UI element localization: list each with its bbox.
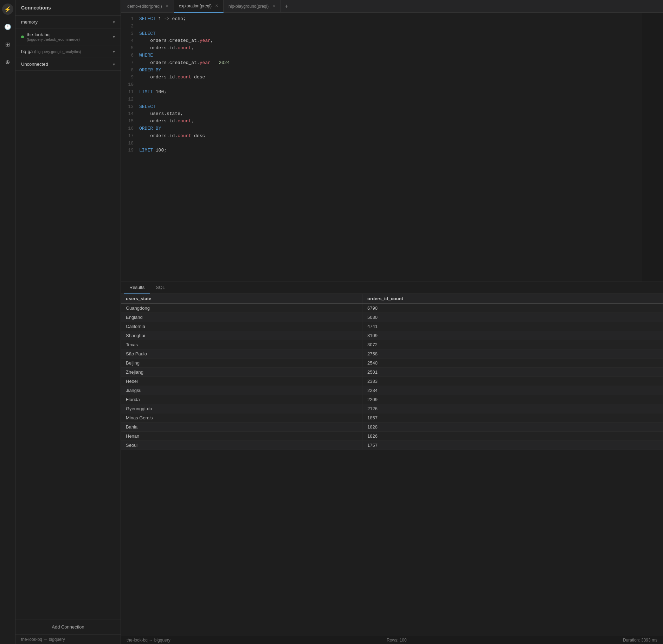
code-line-14: users.state, <box>138 110 642 118</box>
connection-name-memory: memory <box>21 19 38 25</box>
table-row[interactable]: California4741 <box>121 322 663 331</box>
code-content[interactable]: SELECT 1 -> echo; SELECT orders.created_… <box>138 13 642 282</box>
table-row[interactable]: Gyeonggi-do2126 <box>121 404 663 413</box>
tab-sql[interactable]: SQL <box>150 282 170 294</box>
table-row[interactable]: Hebei2383 <box>121 377 663 386</box>
table-cell-6-1: 2540 <box>362 359 663 368</box>
results-table-header: users_stateorders_id_count <box>121 294 663 304</box>
chevron-down-icon-thelookbq: ▾ <box>113 34 115 39</box>
table-cell-4-0: Texas <box>121 340 362 349</box>
line-number-10: 10 <box>124 81 134 89</box>
tab-exploration[interactable]: exploration(preql) ✕ <box>174 0 224 13</box>
connection-item-unconnected[interactable]: Unconnected ▾ <box>15 58 121 71</box>
tab-label-demo-editor: demo-editor(preql) <box>127 4 162 9</box>
table-cell-4-1: 3072 <box>362 340 663 349</box>
table-cell-9-1: 2234 <box>362 386 663 395</box>
tab-results[interactable]: Results <box>124 282 150 294</box>
line-number-12: 12 <box>124 96 134 103</box>
line-number-6: 6 <box>124 52 134 59</box>
table-row[interactable]: Seoul1757 <box>121 441 663 450</box>
code-line-7: orders.created_at.year = 2024 <box>138 59 642 67</box>
line-number-13: 13 <box>124 103 134 111</box>
chevron-down-icon-memory: ▾ <box>113 20 115 25</box>
connection-name-bqga: bq-ga (bigquery.google_analytics) <box>21 49 81 54</box>
table-row[interactable]: Beijing2540 <box>121 359 663 368</box>
table-row[interactable]: Florida2209 <box>121 395 663 404</box>
table-cell-11-0: Gyeonggi-do <box>121 404 362 413</box>
line-number-3: 3 <box>124 30 134 38</box>
code-line-16: ORDER BY <box>138 125 642 133</box>
editor-area[interactable]: 12345678910111213141516171819 SELECT 1 -… <box>121 13 663 282</box>
line-number-9: 9 <box>124 74 134 81</box>
col-header-orders_id_count: orders_id_count <box>362 294 663 304</box>
connections-icon-btn[interactable]: ⚡ <box>2 4 13 15</box>
status-connection: the-look-bq → bigquery <box>127 638 170 643</box>
code-line-11: LIMIT 100; <box>138 89 642 96</box>
results-table: users_stateorders_id_count Guangdong6790… <box>121 294 663 450</box>
table-cell-12-0: Minas Gerais <box>121 413 362 423</box>
code-line-8: ORDER BY <box>138 67 642 74</box>
tab-close-demo-editor[interactable]: ✕ <box>166 4 169 8</box>
table-row[interactable]: Shanghai3109 <box>121 331 663 340</box>
table-cell-11-1: 2126 <box>362 404 663 413</box>
line-number-19: 19 <box>124 147 134 154</box>
table-cell-14-1: 1826 <box>362 432 663 441</box>
code-line-1: SELECT 1 -> echo; <box>138 15 642 23</box>
table-cell-1-0: England <box>121 313 362 322</box>
table-row[interactable]: England5030 <box>121 313 663 322</box>
search-icon-btn[interactable]: ⊕ <box>2 56 13 67</box>
chevron-down-icon-unconnected: ▾ <box>113 62 115 67</box>
connections-header: Connections <box>15 0 121 16</box>
table-row[interactable]: Minas Gerais1857 <box>121 413 663 423</box>
line-number-8: 8 <box>124 67 134 74</box>
table-cell-10-1: 2209 <box>362 395 663 404</box>
table-cell-3-0: Shanghai <box>121 331 362 340</box>
code-line-9: orders.id.count desc <box>138 74 642 81</box>
schema-icon-btn[interactable]: ⊞ <box>2 39 13 50</box>
status-duration: Duration: 3393 ms <box>623 638 657 643</box>
tab-close-exploration[interactable]: ✕ <box>215 4 218 8</box>
line-number-15: 15 <box>124 118 134 125</box>
tab-nlp-playground[interactable]: nlp-playground(preql) ✕ <box>224 0 281 13</box>
tab-close-nlp-playground[interactable]: ✕ <box>272 4 275 8</box>
table-row[interactable]: São Paulo2758 <box>121 349 663 359</box>
connection-item-thelookbq[interactable]: the-look-bq (bigquery.thelook_ecommerce)… <box>15 28 121 45</box>
table-cell-1-1: 5030 <box>362 313 663 322</box>
add-connection-button[interactable]: Add Connection <box>15 619 121 635</box>
table-cell-10-0: Florida <box>121 395 362 404</box>
table-row[interactable]: Jiangsu2234 <box>121 386 663 395</box>
table-cell-5-1: 2758 <box>362 349 663 359</box>
table-cell-12-1: 1857 <box>362 413 663 423</box>
chevron-down-icon-bqga: ▾ <box>113 49 115 54</box>
tab-bar: demo-editor(preql) ✕ exploration(preql) … <box>121 0 663 13</box>
history-icon-btn[interactable]: 🕐 <box>2 21 13 32</box>
code-line-2 <box>138 23 642 30</box>
line-number-5: 5 <box>124 45 134 52</box>
table-row[interactable]: Bahia1828 <box>121 423 663 432</box>
line-number-1: 1 <box>124 15 134 23</box>
connection-item-memory[interactable]: memory ▾ <box>15 16 121 28</box>
table-row[interactable]: Zhejiang2501 <box>121 368 663 377</box>
connection-item-bqga[interactable]: bq-ga (bigquery.google_analytics) ▾ <box>15 45 121 58</box>
icon-sidebar: ⚡ 🕐 ⊞ ⊕ <box>0 0 15 644</box>
code-line-15: orders.id.count, <box>138 118 642 125</box>
table-cell-3-1: 3109 <box>362 331 663 340</box>
table-row[interactable]: Guangdong6790 <box>121 304 663 313</box>
tab-add-button[interactable]: + <box>281 3 292 9</box>
table-row[interactable]: Texas3072 <box>121 340 663 349</box>
tab-demo-editor[interactable]: demo-editor(preql) ✕ <box>122 0 174 13</box>
line-number-4: 4 <box>124 37 134 45</box>
connection-name-thelookbq: the-look-bq <box>27 32 80 37</box>
table-cell-5-0: São Paulo <box>121 349 362 359</box>
table-cell-6-0: Beijing <box>121 359 362 368</box>
table-cell-7-1: 2501 <box>362 368 663 377</box>
code-line-4: orders.created_at.year, <box>138 37 642 45</box>
table-cell-0-1: 6790 <box>362 304 663 313</box>
connection-dot-thelookbq <box>21 36 24 38</box>
col-header-users_state: users_state <box>121 294 362 304</box>
results-table-wrapper[interactable]: users_stateorders_id_count Guangdong6790… <box>121 294 663 636</box>
table-row[interactable]: Henan1826 <box>121 432 663 441</box>
table-cell-2-0: California <box>121 322 362 331</box>
main-area: demo-editor(preql) ✕ exploration(preql) … <box>121 0 663 644</box>
line-number-17: 17 <box>124 133 134 140</box>
